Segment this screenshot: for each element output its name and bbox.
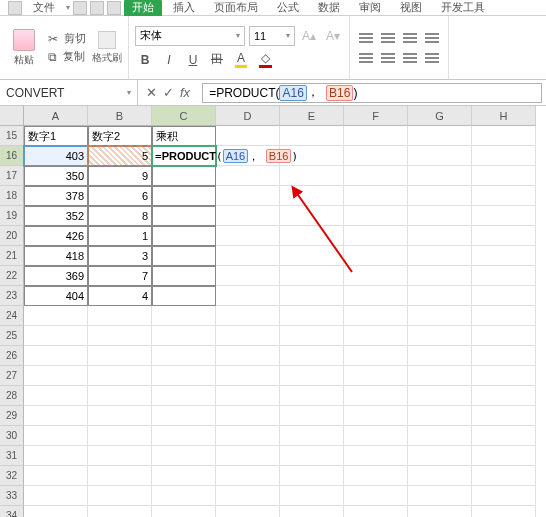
font-color-button[interactable]: ◇ [255,50,275,70]
file-menu[interactable]: 文件 [25,0,63,16]
cell-H16[interactable] [472,146,536,166]
cell-G21[interactable] [408,246,472,266]
cell-F28[interactable] [344,386,408,406]
cell-B29[interactable] [88,406,152,426]
align-middle-button[interactable] [378,29,398,47]
cell-D31[interactable] [216,446,280,466]
cell-G15[interactable] [408,126,472,146]
cell-G30[interactable] [408,426,472,446]
cell-B33[interactable] [88,486,152,506]
cell-F15[interactable] [344,126,408,146]
cell-H20[interactable] [472,226,536,246]
cell-A22[interactable]: 369 [24,266,88,286]
cell-A21[interactable]: 418 [24,246,88,266]
col-header-G[interactable]: G [408,106,472,126]
cell-C24[interactable] [152,306,216,326]
cell-D15[interactable] [216,126,280,146]
tab-view[interactable]: 视图 [392,0,430,16]
formula-confirm-button[interactable]: ✓ [163,85,174,100]
cell-A16[interactable]: 403 [24,146,88,166]
format-painter-button[interactable]: 格式刷 [92,31,122,65]
cell-C16[interactable]: =PRODUCT(A16， B16) [152,146,216,166]
row-header[interactable]: 21 [0,246,24,266]
cell-F19[interactable] [344,206,408,226]
cell-H25[interactable] [472,326,536,346]
cell-G33[interactable] [408,486,472,506]
cell-G23[interactable] [408,286,472,306]
tab-layout[interactable]: 页面布局 [206,0,266,16]
cell-B15[interactable]: 数字2 [88,126,152,146]
cell-G17[interactable] [408,166,472,186]
cell-A34[interactable] [24,506,88,517]
cell-D24[interactable] [216,306,280,326]
cell-H15[interactable] [472,126,536,146]
font-size-select[interactable]: 11▾ [249,26,295,46]
cell-D20[interactable] [216,226,280,246]
cell-G19[interactable] [408,206,472,226]
chevron-down-icon[interactable]: ▾ [66,3,70,12]
cell-F31[interactable] [344,446,408,466]
cell-F17[interactable] [344,166,408,186]
align-center-button[interactable] [378,49,398,67]
indent-inc-button[interactable] [422,49,442,67]
font-name-select[interactable]: 宋体▾ [135,26,245,46]
cell-A33[interactable] [24,486,88,506]
formula-cancel-button[interactable]: ✕ [146,85,157,100]
cell-A29[interactable] [24,406,88,426]
row-header[interactable]: 32 [0,466,24,486]
cell-H29[interactable] [472,406,536,426]
cell-G25[interactable] [408,326,472,346]
cell-F32[interactable] [344,466,408,486]
cell-D34[interactable] [216,506,280,517]
cell-D29[interactable] [216,406,280,426]
cell-H21[interactable] [472,246,536,266]
cell-G20[interactable] [408,226,472,246]
cell-A28[interactable] [24,386,88,406]
cell-A30[interactable] [24,426,88,446]
tab-data[interactable]: 数据 [310,0,348,16]
cell-E31[interactable] [280,446,344,466]
cell-B34[interactable] [88,506,152,517]
align-right-button[interactable] [400,49,420,67]
redo-icon[interactable] [107,1,121,15]
cell-C34[interactable] [152,506,216,517]
font-shrink-button[interactable]: A▾ [323,26,343,46]
cell-F33[interactable] [344,486,408,506]
cell-D18[interactable] [216,186,280,206]
cell-C28[interactable] [152,386,216,406]
cell-C17[interactable] [152,166,216,186]
col-header-H[interactable]: H [472,106,536,126]
cell-A32[interactable] [24,466,88,486]
cell-E25[interactable] [280,326,344,346]
cell-H33[interactable] [472,486,536,506]
row-header[interactable]: 15 [0,126,24,146]
col-header-D[interactable]: D [216,106,280,126]
cell-E32[interactable] [280,466,344,486]
bold-button[interactable]: B [135,50,155,70]
cell-B28[interactable] [88,386,152,406]
cell-E19[interactable] [280,206,344,226]
cell-C29[interactable] [152,406,216,426]
row-header[interactable]: 24 [0,306,24,326]
cell-F21[interactable] [344,246,408,266]
cell-C30[interactable] [152,426,216,446]
cell-A24[interactable] [24,306,88,326]
cell-C33[interactable] [152,486,216,506]
cell-C15[interactable]: 乘积 [152,126,216,146]
col-header-C[interactable]: C [152,106,216,126]
cell-B26[interactable] [88,346,152,366]
cell-F34[interactable] [344,506,408,517]
cell-E24[interactable] [280,306,344,326]
cell-E17[interactable] [280,166,344,186]
cell-H32[interactable] [472,466,536,486]
cell-G18[interactable] [408,186,472,206]
row-header[interactable]: 17 [0,166,24,186]
row-header[interactable]: 30 [0,426,24,446]
cell-H30[interactable] [472,426,536,446]
cell-B31[interactable] [88,446,152,466]
cell-F30[interactable] [344,426,408,446]
cell-H17[interactable] [472,166,536,186]
row-header[interactable]: 31 [0,446,24,466]
row-header[interactable]: 16 [0,146,24,166]
cell-G26[interactable] [408,346,472,366]
